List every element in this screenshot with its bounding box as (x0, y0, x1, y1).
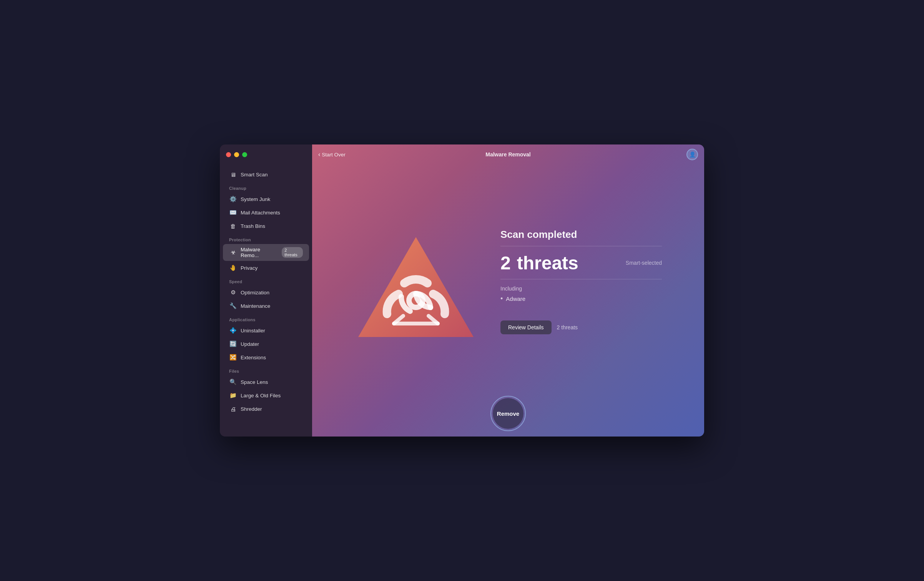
remove-button-container: Remove (493, 398, 523, 429)
optimization-icon: ⚙ (229, 289, 237, 296)
remove-button-wrapper: Remove (493, 398, 523, 429)
sidebar-item-label: Mail Attachments (241, 210, 280, 216)
back-button[interactable]: ‹ Start Over (318, 151, 346, 158)
sidebar-item-label: Space Lens (241, 379, 268, 385)
space-lens-icon: 🔍 (229, 378, 237, 386)
smart-selected-label: Smart-selected (626, 260, 662, 266)
sidebar: 🖥 Smart Scan Cleanup ⚙️ System Junk ✉️ M… (220, 144, 312, 437)
sidebar-item-label: Large & Old Files (241, 393, 281, 398)
sidebar-item-system-junk[interactable]: ⚙️ System Junk (223, 193, 309, 206)
sidebar-item-uninstaller[interactable]: 💠 Uninstaller (223, 324, 309, 337)
sidebar-item-smart-scan[interactable]: 🖥 Smart Scan (223, 168, 309, 181)
threats-label: threats (517, 252, 578, 274)
section-label-applications: Applications (220, 313, 312, 324)
maximize-button[interactable] (242, 152, 247, 157)
review-details-button[interactable]: Review Details (500, 320, 552, 334)
mail-icon: ✉️ (229, 209, 237, 216)
large-files-icon: 📁 (229, 392, 237, 399)
divider-1 (500, 246, 662, 246)
close-button[interactable] (226, 152, 231, 157)
section-label-speed: Speed (220, 275, 312, 286)
sidebar-item-label: Extensions (241, 355, 266, 360)
sidebar-item-label: Smart Scan (241, 172, 268, 178)
sidebar-item-shredder[interactable]: 🖨 Shredder (223, 402, 309, 415)
threats-number: 2 (500, 252, 511, 274)
section-label-cleanup: Cleanup (220, 181, 312, 192)
review-threats-count: 2 threats (557, 324, 578, 330)
review-details-row: Review Details 2 threats (500, 320, 662, 334)
scan-completed-title: Scan completed (500, 229, 662, 241)
threat-item-adware: • Adware (500, 295, 662, 303)
sidebar-item-extensions[interactable]: 🔀 Extensions (223, 351, 309, 364)
sidebar-item-optimization[interactable]: ⚙ Optimization (223, 286, 309, 299)
section-label-files: Files (220, 364, 312, 375)
updater-icon: 🔄 (229, 340, 237, 348)
chevron-left-icon: ‹ (318, 151, 320, 158)
threats-count-row: 2 threats Smart-selected (500, 252, 662, 274)
main-body: Scan completed 2 threats Smart-selected … (312, 164, 704, 437)
malware-badge: 2 threats (282, 247, 303, 258)
app-window: 🖥 Smart Scan Cleanup ⚙️ System Junk ✉️ M… (220, 144, 704, 437)
uninstaller-icon: 💠 (229, 327, 237, 334)
sidebar-item-label: Uninstaller (241, 328, 265, 334)
sidebar-item-label: Shredder (241, 406, 262, 412)
biohazard-illustration (354, 229, 477, 349)
malware-icon: ☣ (229, 249, 237, 256)
minimize-button[interactable] (234, 152, 239, 157)
sidebar-item-label: Maintenance (241, 303, 270, 309)
results-panel: Scan completed 2 threats Smart-selected … (500, 229, 662, 350)
privacy-icon: 🤚 (229, 264, 237, 272)
sidebar-item-mail-attachments[interactable]: ✉️ Mail Attachments (223, 206, 309, 219)
system-junk-icon: ⚙️ (229, 195, 237, 203)
main-content: ‹ Start Over Malware Removal 👤 (312, 144, 704, 437)
section-label-protection: Protection (220, 233, 312, 244)
maintenance-icon: 🔧 (229, 302, 237, 310)
avatar-icon: 👤 (689, 151, 696, 158)
sidebar-content: 🖥 Smart Scan Cleanup ⚙️ System Junk ✉️ M… (220, 164, 312, 437)
sidebar-item-trash-bins[interactable]: 🗑 Trash Bins (223, 219, 309, 232)
sidebar-item-maintenance[interactable]: 🔧 Maintenance (223, 299, 309, 312)
trash-icon: 🗑 (229, 222, 237, 230)
avatar-button[interactable]: 👤 (686, 149, 698, 160)
biohazard-svg (354, 229, 477, 349)
extensions-icon: 🔀 (229, 354, 237, 361)
sidebar-item-large-old-files[interactable]: 📁 Large & Old Files (223, 389, 309, 402)
threat-name: Adware (506, 295, 525, 302)
including-label: Including (500, 286, 662, 292)
sidebar-item-privacy[interactable]: 🤚 Privacy (223, 261, 309, 274)
main-titlebar: ‹ Start Over Malware Removal 👤 (312, 144, 704, 164)
sidebar-titlebar (220, 144, 312, 164)
page-title: Malware Removal (485, 151, 531, 158)
sidebar-item-label: Privacy (241, 265, 258, 271)
bullet-icon: • (500, 295, 503, 303)
sidebar-item-updater[interactable]: 🔄 Updater (223, 337, 309, 350)
sidebar-item-label: Optimization (241, 290, 269, 295)
back-label: Start Over (322, 152, 346, 158)
sidebar-item-label: Updater (241, 341, 259, 347)
sidebar-item-label: System Junk (241, 196, 270, 202)
sidebar-item-malware-removal[interactable]: ☣ Malware Remo... 2 threats (223, 244, 309, 261)
shredder-icon: 🖨 (229, 405, 237, 413)
sidebar-item-space-lens[interactable]: 🔍 Space Lens (223, 375, 309, 388)
remove-button[interactable]: Remove (493, 398, 523, 429)
sidebar-item-label: Trash Bins (241, 223, 265, 229)
smart-scan-icon: 🖥 (229, 171, 237, 178)
divider-2 (500, 279, 662, 279)
sidebar-item-label: Malware Remo... (241, 247, 278, 258)
